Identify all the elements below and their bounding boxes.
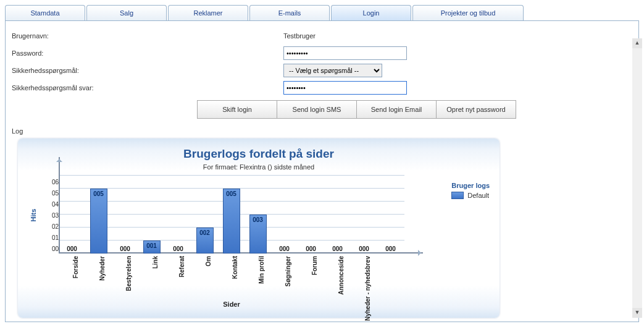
username-label: Brugernavn:	[12, 32, 283, 40]
tab-projekter[interactable]: Projekter og tilbud	[412, 5, 524, 20]
category-label: Nyheder	[99, 256, 106, 281]
bar-value-label: 000	[298, 245, 324, 252]
tab-stamdata[interactable]: Stamdata	[5, 5, 85, 20]
tab-login[interactable]: Login	[331, 5, 411, 20]
plot-area: 000005000001000002005003000000000000000	[59, 176, 404, 254]
chart-legend: Bruger logs Default	[451, 182, 490, 199]
tab-reklamer[interactable]: Reklamer	[168, 5, 248, 20]
legend-title: Bruger logs	[451, 182, 490, 189]
log-heading: Log	[12, 127, 632, 135]
bar-slot: 000	[298, 176, 324, 254]
category-label: Referat	[178, 256, 185, 277]
x-axis-categories: ForsideNyhederBestyrelsenLinkReferatOmKo…	[59, 255, 404, 298]
bar-slot: 000	[271, 176, 298, 254]
bar-value-label: 000	[377, 245, 404, 252]
password-label: Password:	[12, 49, 283, 57]
x-axis-label: Sider	[59, 301, 404, 308]
security-question-select[interactable]: -- Vælg et spørgsmål --	[283, 64, 382, 77]
tab-salg[interactable]: Salg	[86, 5, 167, 20]
bar-slot: 000	[324, 176, 351, 254]
send-login-email-button[interactable]: Send login Email	[356, 100, 437, 119]
bar-value-label: 002	[191, 229, 218, 236]
username-value: Testbruger	[283, 32, 316, 40]
category-label: Om	[205, 256, 212, 266]
bar-value-label: 005	[218, 190, 245, 197]
bar-slot: 005	[85, 176, 112, 254]
category-label: Bestyrelsen	[125, 256, 132, 291]
security-answer-input[interactable]	[283, 81, 407, 95]
bar-value-label: 000	[271, 245, 298, 252]
scroll-down-icon[interactable]: ▼	[632, 308, 642, 318]
send-login-sms-button[interactable]: Send login SMS	[277, 100, 357, 119]
category-label: Min profil	[258, 256, 265, 284]
chart-card: Brugerlogs fordelt på sider For firmaet:…	[18, 139, 500, 318]
category-label: Link	[152, 256, 159, 269]
scrollbar[interactable]: ▲ ▼	[632, 38, 642, 318]
bar-slot: 005	[218, 176, 245, 254]
bar-value-label: 000	[324, 245, 351, 252]
chart-subtitle: For firmaet: Flexintra () sidste måned	[24, 163, 493, 171]
password-input[interactable]	[283, 46, 407, 60]
shift-login-button[interactable]: Skift login	[197, 100, 277, 119]
bar-slot: 000	[112, 176, 138, 254]
category-label: Forside	[72, 256, 79, 278]
security-question-label: Sikkerhedsspørgsmål:	[12, 67, 283, 74]
y-axis-label: Hits	[30, 209, 37, 222]
bar-value-label: 000	[165, 245, 191, 252]
category-label: Kontakt	[232, 256, 238, 279]
bar-slot: 001	[138, 176, 165, 254]
bar-slot: 003	[245, 176, 271, 254]
security-answer-label: Sikkerhedsspørgsmål svar:	[12, 84, 283, 92]
bar-value-label: 003	[245, 216, 271, 223]
bar	[223, 189, 240, 254]
login-panel: Brugernavn: Testbruger Password: Sikkerh…	[5, 20, 639, 322]
bar-slot: 000	[165, 176, 191, 254]
bar-slot: 002	[191, 176, 218, 254]
category-label: Annonceside	[338, 256, 345, 295]
scroll-up-icon[interactable]: ▲	[632, 38, 642, 48]
bar-slot: 000	[377, 176, 404, 254]
bar-value-label: 005	[85, 190, 112, 197]
bar-slot: 000	[59, 176, 85, 254]
y-axis-ticks: 06050403020100	[43, 176, 59, 255]
new-password-button[interactable]: Opret nyt password	[436, 100, 516, 119]
bar-slot: 000	[351, 176, 377, 254]
tab-strip: Stamdata Salg Reklamer E-mails Login Pro…	[5, 5, 639, 20]
tab-emails[interactable]: E-mails	[249, 5, 330, 20]
bar	[90, 189, 107, 254]
category-label: Forum	[311, 256, 318, 275]
bar-value-label: 000	[351, 245, 377, 252]
bar-value-label: 000	[59, 245, 85, 252]
category-label: Søgninger	[285, 256, 291, 286]
legend-swatch	[451, 192, 464, 199]
bar-value-label: 001	[138, 242, 165, 249]
category-label: Nyheder - nyhedsbrev	[364, 256, 371, 321]
legend-label: Default	[467, 192, 489, 199]
chart-title: Brugerlogs fordelt på sider	[24, 147, 493, 161]
bar-value-label: 000	[112, 245, 138, 252]
